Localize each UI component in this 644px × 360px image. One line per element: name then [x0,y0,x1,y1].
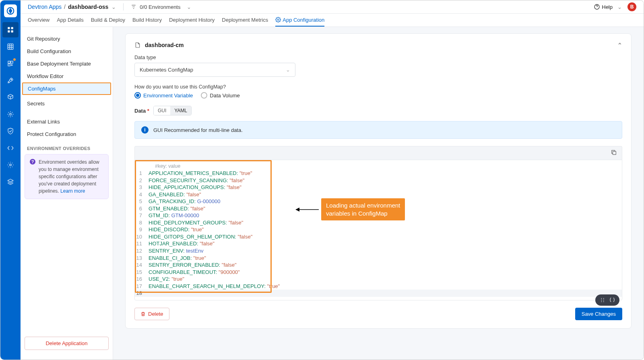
svg-marker-16 [295,208,299,212]
sidebar-item-protect-configuration[interactable]: Protect Configuration [21,128,113,140]
chevron-down-icon: ⌄ [617,4,622,10]
rail-apps-icon[interactable] [2,22,19,37]
editor-line[interactable]: 11HOTJAR_ENABLED: "false" [135,240,622,247]
info-banner: i GUI Recommended for multi-line data. [134,121,622,139]
info-icon: i [141,126,149,134]
rail-stack-icon[interactable] [2,56,19,71]
chevron-down-icon: ⌄ [286,67,290,73]
svg-point-13 [277,19,279,21]
sidebar-item-base-deployment-template[interactable]: Base Deployment Template [21,58,113,70]
editor-line[interactable]: 16USE_V2: "true" [135,276,622,283]
tab-app-details[interactable]: App Details [57,14,83,27]
info-icon: ? [30,159,35,165]
data-label: Data * [134,108,149,114]
editor-line[interactable]: 3HIDE_APPLICATION_GROUPS: "false" [135,184,622,191]
nav-rail [0,0,21,360]
rail-grid-icon[interactable] [2,39,19,54]
datatype-label: Data type [134,55,622,60]
editor-line[interactable]: 12SENTRY_ENV: testEnv [135,247,622,255]
delete-button[interactable]: Delete [134,308,169,320]
tab-app-configuration[interactable]: App Configuration [275,14,324,27]
collapse-icon[interactable]: ⌃ [617,42,622,48]
editor-line[interactable]: 10HIDE_GITOPS_OR_HELM_OPTION: "false" [135,233,622,241]
config-sidebar: Git RepositoryBuild ConfigurationBase De… [21,27,113,360]
rail-rocket-icon[interactable] [2,73,19,88]
file-icon [134,42,141,48]
svg-rect-8 [8,64,10,66]
svg-point-18 [601,300,602,300]
sidebar-item-git-repository[interactable]: Git Repository [21,33,113,45]
editor-line[interactable]: 9HIDE_DISCORD: "true" [135,226,622,233]
sidebar-item-external-links[interactable]: External Links [21,115,113,128]
rail-shield-icon[interactable] [2,123,19,139]
save-changes-button[interactable]: Save Changes [575,308,622,320]
avatar[interactable]: B [627,2,636,11]
logo[interactable] [4,4,17,17]
app-tabs: OverviewApp DetailsBuild & DeployBuild H… [21,14,644,27]
datatype-select[interactable]: Kubernetes ConfigMap ⌄ [134,63,295,77]
help-button[interactable]: Help ⌄ [594,4,622,10]
yaml-toggle[interactable]: YAML [170,106,191,115]
tab-build-deploy[interactable]: Build & Deploy [91,14,125,27]
help-icon [594,4,600,10]
usage-label: How do you want to use this ConfigMap? [134,84,622,90]
rail-layers-icon[interactable] [2,174,19,189]
filter-icon [131,4,136,10]
editor-line[interactable]: 4GA_ENABLED: "false" [135,191,622,198]
topbar: Devtron Apps / dashboard-oss ⌄ 0/0 Envir… [21,0,644,14]
drag-handle-icon [599,297,606,303]
braces-icon [609,297,615,303]
breadcrumb-parent[interactable]: Devtron Apps [28,4,62,10]
environment-selector[interactable]: 0/0 Environments ⌄ [131,4,191,10]
svg-point-21 [603,300,604,300]
svg-point-19 [601,301,602,302]
tab-overview[interactable]: Overview [28,14,50,27]
yaml-editor[interactable]: #key: value 1APPLICATION_METRICS_ENABLED… [134,160,622,300]
learn-more-link[interactable]: Learn more [60,188,85,194]
svg-rect-7 [11,61,13,63]
svg-rect-3 [8,31,10,33]
tab-deployment-history[interactable]: Deployment History [169,14,215,27]
editor-line[interactable]: 1APPLICATION_METRICS_ENABLED: "true" [135,170,622,177]
svg-point-17 [601,298,602,299]
editor-line[interactable]: 18 [135,290,622,297]
tab-deployment-metrics[interactable]: Deployment Metrics [222,14,268,27]
annotation-callout: Loading actual environmentvariables in C… [295,198,405,220]
rail-gear-icon[interactable] [2,157,19,173]
chevron-down-icon[interactable]: ⌄ [111,4,116,10]
svg-point-10 [10,113,12,115]
radio-environment-variable[interactable]: Environment Variable [134,92,193,99]
svg-rect-2 [11,27,13,29]
editor-line[interactable]: 17ENABLE_CHART_SEARCH_IN_HELM_DEPLOY: "t… [135,283,622,290]
configmap-card: dashborad-cm ⌃ Data type Kubernetes Conf… [125,33,632,329]
sidebar-item-configmaps[interactable]: ConfigMaps [22,82,111,95]
editor-line[interactable]: 15CONFIGURABLE_TIMEOUT: "900000" [135,269,622,276]
svg-point-9 [11,79,12,80]
copy-icon[interactable] [611,149,617,157]
env-override-info: ? Environment overrides allow you to man… [25,154,109,199]
editor-line[interactable]: 14SENTRY_ERROR_ENABLED: "false" [135,261,622,269]
sidebar-item-build-configuration[interactable]: Build Configuration [21,45,113,58]
rail-helm-icon[interactable] [2,107,19,122]
sidebar-item-workflow-editor[interactable]: Workflow Editor [21,70,113,82]
editor-line[interactable]: 13ENABLE_CI_JOB: "true" [135,255,622,262]
rail-cube-icon[interactable] [2,90,19,105]
sidebar-item-secrets[interactable]: Secrets [21,97,113,110]
chevron-down-icon: ⌄ [187,4,191,10]
floating-toolbar[interactable] [595,294,619,306]
editor-line[interactable]: 2FORCE_SECURITY_SCANNING: "false" [135,177,622,184]
breadcrumb-current: dashboard-oss [68,4,108,10]
delete-application-button[interactable]: Delete Application [25,337,109,350]
data-view-toggle: GUI YAML [153,106,192,115]
editor-toolbar [134,146,622,160]
configmap-title: dashborad-cm [145,42,184,48]
gui-toggle[interactable]: GUI [154,106,170,115]
svg-point-22 [603,301,604,302]
radio-data-volume[interactable]: Data Volume [201,92,239,99]
svg-point-11 [10,164,12,166]
svg-rect-6 [8,61,10,63]
rail-code-icon[interactable] [2,140,19,156]
svg-rect-14 [613,151,616,154]
tab-build-history[interactable]: Build History [132,14,162,27]
svg-rect-4 [11,31,13,33]
